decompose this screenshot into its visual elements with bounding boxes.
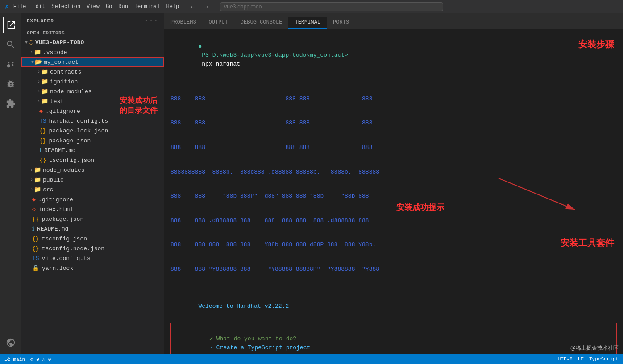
tree-item-test[interactable]: › 📁 test: [21, 96, 164, 106]
project-root[interactable]: ▼ ⬡ VUE3-DAPP-TODO: [21, 37, 164, 47]
main-layout: EXPLORER ··· OPEN EDITORS ▼ ⬡ VUE3-DAPP-…: [0, 13, 623, 354]
file-tree: ▼ ⬡ VUE3-DAPP-TODO › 📁 .vscode ▼ 📂 my_co…: [21, 37, 164, 354]
status-bar: ⎇ main ⊘ 0 △ 0 UTF-8 LF TypeScript: [0, 354, 623, 364]
lock-icon: 🔒: [32, 265, 39, 272]
folder-icon: 📁: [41, 78, 48, 85]
json-icon: {}: [32, 245, 39, 252]
tree-item-vscode[interactable]: › 📁 .vscode: [21, 47, 164, 57]
status-language: TypeScript: [589, 356, 619, 362]
folder-icon: 📂: [35, 58, 42, 66]
status-line-ending: LF: [578, 356, 584, 362]
tree-item-package-lock-inner[interactable]: {} package-lock.json: [21, 126, 164, 136]
tree-item-yarn-lock[interactable]: 🔒 yarn.lock: [21, 263, 164, 273]
tree-item-ignition[interactable]: › 📁 ignition: [21, 77, 164, 87]
nav-buttons: ← →: [188, 2, 211, 11]
menu-selection[interactable]: Selection: [51, 4, 80, 10]
tab-terminal[interactable]: TERMINAL: [288, 17, 327, 29]
json-icon: {}: [32, 216, 39, 223]
status-branch[interactable]: ⎇ main: [4, 356, 25, 362]
prompt-dot: ●: [198, 43, 202, 50]
activity-debug[interactable]: [3, 76, 19, 92]
tree-item-gitignore-inner[interactable]: ◆ .gitignore: [21, 106, 164, 116]
md-icon: ℹ: [32, 225, 34, 232]
back-button[interactable]: ←: [188, 2, 198, 11]
html-icon: ◇: [32, 206, 36, 213]
chevron-down-icon: ▼: [25, 40, 28, 45]
folder-icon: ⬡: [29, 39, 33, 46]
activity-source-control[interactable]: [3, 56, 19, 72]
tree-item-tsconfig-node[interactable]: {} tsconfig.node.json: [21, 244, 164, 253]
tree-item-tsconfig-outer[interactable]: {} tsconfig.json: [21, 234, 164, 244]
terminal-command: npx hardhat: [198, 61, 240, 67]
search-input[interactable]: [220, 2, 443, 11]
q1-line: ✔ What do you want to do? · Create a Typ…: [174, 326, 613, 354]
activity-extensions[interactable]: [3, 95, 19, 112]
chevron-right-icon: ›: [30, 178, 33, 182]
tree-item-gitignore-outer[interactable]: ◆ .gitignore: [21, 194, 164, 204]
menu-run[interactable]: Run: [118, 4, 128, 10]
search-bar[interactable]: [220, 2, 443, 11]
chevron-right-icon: ›: [37, 99, 40, 104]
tab-problems[interactable]: PROBLEMS: [164, 17, 203, 29]
tree-item-readme-inner[interactable]: ℹ README.md: [21, 145, 164, 155]
tree-item-package-json-outer[interactable]: {} package.json: [21, 214, 164, 224]
json-icon: {}: [39, 137, 46, 144]
menu-edit[interactable]: Edit: [32, 4, 45, 10]
tree-item-node-modules-outer[interactable]: › 📁 node_modules: [21, 165, 164, 175]
typescript-icon: TS: [32, 255, 39, 262]
vscode-icon: ✗: [4, 2, 9, 11]
tree-item-index-html[interactable]: ◇ index.html: [21, 204, 164, 214]
tab-ports[interactable]: PORTS: [327, 17, 355, 29]
activity-remote[interactable]: [3, 335, 19, 351]
folder-icon: 📁: [41, 88, 48, 95]
git-icon: ◆: [39, 108, 43, 115]
folder-icon: 📁: [34, 186, 41, 193]
tab-bar: PROBLEMS OUTPUT DEBUG CONSOLE TERMINAL P…: [164, 13, 623, 29]
menu-bar[interactable]: File Edit Selection View Go Run Terminal…: [13, 4, 179, 10]
chevron-right-icon: ›: [30, 168, 33, 173]
status-left: ⎇ main ⊘ 0 △ 0: [4, 356, 51, 362]
tree-item-contracts[interactable]: › 📁 contracts: [21, 67, 164, 77]
tab-output[interactable]: OUTPUT: [203, 17, 234, 29]
menu-file[interactable]: File: [13, 4, 26, 10]
activity-explorer[interactable]: [3, 17, 19, 33]
status-right: UTF-8 LF TypeScript: [558, 356, 619, 362]
tree-item-package-json-inner[interactable]: {} package.json: [21, 136, 164, 145]
chevron-right-icon: ›: [30, 187, 33, 192]
menu-terminal[interactable]: Terminal: [134, 4, 160, 10]
folder-icon: 📁: [34, 166, 41, 174]
terminal-cwd: PS D:\web3-dapp\vue3-dapp-todo\my_contac…: [198, 52, 348, 58]
forward-button[interactable]: →: [201, 2, 211, 11]
folder-icon: 📁: [41, 98, 48, 105]
tree-item-node-modules-inner[interactable]: › 📁 node_modules: [21, 87, 164, 96]
status-errors: ⊘ 0 △ 0: [30, 356, 51, 362]
terminal-prompt-1: ● PS D:\web3-dapp\vue3-dapp-todo\my_cont…: [170, 33, 617, 77]
sidebar-header: EXPLORER ···: [21, 13, 164, 29]
typescript-icon: TS: [39, 118, 46, 124]
json-icon: {}: [39, 157, 46, 164]
titlebar: ✗ File Edit Selection View Go Run Termin…: [0, 0, 623, 13]
json-icon: {}: [32, 236, 39, 242]
tree-item-my-contact[interactable]: ▼ 📂 my_contact: [21, 57, 164, 67]
chevron-right-icon: ›: [37, 79, 40, 84]
sidebar-more-button[interactable]: ···: [144, 17, 158, 25]
tree-item-src[interactable]: › 📁 src: [21, 185, 164, 194]
folder-icon: 📁: [34, 176, 41, 183]
tree-item-tsconfig-inner[interactable]: {} tsconfig.json: [21, 155, 164, 165]
tree-item-readme-outer[interactable]: ℹ README.md: [21, 224, 164, 234]
menu-go[interactable]: Go: [106, 4, 112, 10]
chevron-right-icon: ›: [37, 70, 40, 74]
open-editors-section: OPEN EDITORS: [21, 29, 164, 37]
tab-debug-console[interactable]: DEBUG CONSOLE: [234, 17, 289, 29]
folder-icon: 📁: [34, 49, 41, 56]
tree-item-vite-config[interactable]: TS vite.config.ts: [21, 253, 164, 263]
folder-icon: 📁: [41, 68, 48, 75]
tree-item-public[interactable]: › 📁 public: [21, 175, 164, 185]
activity-search[interactable]: [3, 37, 19, 53]
menu-help[interactable]: Help: [166, 4, 179, 10]
menu-view[interactable]: View: [87, 4, 100, 10]
terminal-area[interactable]: ● PS D:\web3-dapp\vue3-dapp-todo\my_cont…: [164, 29, 623, 354]
main-content: ✗ PROBLEMS OUTPUT DEBUG CONSOLE TERMINAL…: [164, 13, 623, 354]
md-icon: ℹ: [39, 147, 42, 154]
tree-item-hardhat-config[interactable]: TS hardhat.config.ts: [21, 116, 164, 126]
